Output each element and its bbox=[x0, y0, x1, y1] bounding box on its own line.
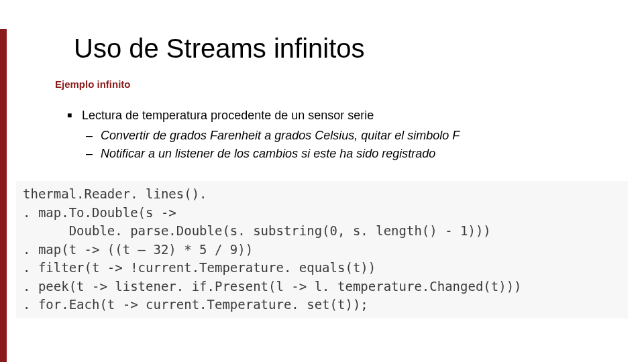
bullet-list: Lectura de temperatura procedente de un … bbox=[67, 109, 617, 163]
slide-subtitle: Ejemplo infinito bbox=[55, 78, 617, 90]
slide-title: Uso de Streams infinitos bbox=[74, 34, 617, 64]
bullet-item: Lectura de temperatura procedente de un … bbox=[67, 109, 617, 163]
bullet-text: Lectura de temperatura procedente de un … bbox=[82, 109, 374, 122]
accent-bar bbox=[0, 29, 7, 362]
slide-content: Uso de Streams infinitos Ejemplo infinit… bbox=[0, 0, 644, 163]
sub-list: Convertir de grados Farenheit a grados C… bbox=[82, 127, 617, 163]
code-block: thermal.Reader. lines(). . map.To.Double… bbox=[16, 181, 628, 318]
sub-bullet-item: Notificar a un listener de los cambios s… bbox=[82, 145, 617, 163]
sub-bullet-item: Convertir de grados Farenheit a grados C… bbox=[82, 127, 617, 145]
